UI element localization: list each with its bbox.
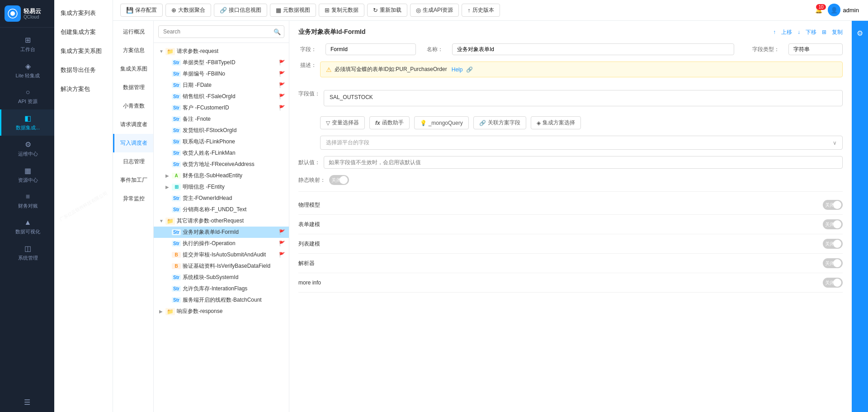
detail-actions: ↑ 上移 ↓ 下移 ⊞ 复制 <box>773 28 843 36</box>
panel3-small[interactable]: 小青查数 <box>113 97 153 115</box>
tree-node-linkman[interactable]: Str 收货人姓名-FLinkMan <box>154 147 289 159</box>
external-link-icon[interactable]: 🔗 <box>466 66 473 73</box>
gen-api-btn[interactable]: ◎ 生成API资源 <box>410 4 459 17</box>
tree-node-billno[interactable]: Str 单据编号 -FBillNo 🚩 <box>154 68 289 80</box>
bigdata-btn[interactable]: ⊕ 大数据聚合 <box>165 4 211 17</box>
field-value-display[interactable]: SAL_OUTSTOCK <box>324 90 843 106</box>
physical-toggle[interactable]: 关闭 <box>823 200 843 210</box>
hamburger-icon: ☰ <box>24 398 30 407</box>
panel3-log[interactable]: 日志管理 <box>113 152 153 171</box>
gear-btn[interactable]: ⚙ <box>854 26 866 40</box>
sidebar-item-data[interactable]: ◧ 数据集成... <box>0 109 54 136</box>
panel3-request[interactable]: 请求调度者 <box>113 115 153 134</box>
api-view-btn[interactable]: 🔗 接口信息视图 <box>214 4 267 17</box>
help-link[interactable]: Help <box>452 66 463 73</box>
tree-node-subsystem[interactable]: Str 系统模块-SubSystemId <box>154 272 289 283</box>
down-action[interactable]: 下移 <box>806 28 816 36</box>
panel3-write[interactable]: 写入调度者 <box>113 134 153 152</box>
sidebar2-item-export[interactable]: 数据导出任务 <box>54 61 113 80</box>
static-toggle[interactable]: 关闭 <box>329 175 349 185</box>
panel3: 运行概况 方案信息 集成关系图 数据管理 小青查数 请求调度者 写入调度者 日志… <box>113 21 154 412</box>
tree-node-note[interactable]: Str 备注 -Fnote <box>154 114 289 125</box>
sidebar-collapse[interactable]: ☰ <box>0 393 54 412</box>
tree-node-operation[interactable]: Str 执行的操作-Operation 🚩 <box>154 238 289 249</box>
desc-label: 描述： <box>298 62 316 69</box>
field-input[interactable] <box>326 43 416 55</box>
panel3-relation[interactable]: 集成关系图 <box>113 60 153 78</box>
sidebar-item-resource[interactable]: ▦ 资源中心 <box>0 162 54 188</box>
tree-node-finance[interactable]: ▶ A 财务信息-SubHeadEntity <box>154 170 289 181</box>
tree-node-req[interactable]: ▼ 📁 请求参数-request <box>154 46 289 57</box>
default-input[interactable] <box>324 156 843 169</box>
tree-node-owner[interactable]: Str 货主-FOwnerIdHead <box>154 193 289 204</box>
panel3-event[interactable]: 事件加工厂 <box>113 171 153 189</box>
str-badge: Str <box>172 71 181 77</box>
sidebar-item-api[interactable]: ○ API 资源 <box>0 84 54 109</box>
chevron-down-icon: ▼ <box>159 218 165 223</box>
tree-node-date[interactable]: Str 日期 -FDate 🚩 <box>154 80 289 91</box>
mongo-btn[interactable]: 💡 _mongoQuery <box>414 116 469 129</box>
var-selector-btn[interactable]: ▽ 变量选择器 <box>320 116 365 129</box>
table-toggle[interactable]: 关闭 <box>823 219 843 229</box>
panel3-overview[interactable]: 运行概况 <box>113 23 153 41</box>
divider <box>298 191 843 192</box>
sidebar2-item-list[interactable]: 集成方案列表 <box>54 4 113 23</box>
history-btn[interactable]: ↑ 历史版本 <box>462 4 500 17</box>
up-action[interactable]: 上移 <box>781 28 792 36</box>
panel3-data[interactable]: 数据管理 <box>113 78 153 97</box>
user-info[interactable]: 👤 admin <box>828 4 859 16</box>
sidebar-item-ops[interactable]: ⚙ 运维中心 <box>0 136 54 162</box>
copy-action[interactable]: 复制 <box>832 28 843 36</box>
sidebar2-item-solution[interactable]: 解决方案包 <box>54 80 113 99</box>
sidebar-item-lite[interactable]: ◈ Lite 轻集成 <box>0 57 54 84</box>
integrate-btn[interactable]: ◈ 集成方案选择 <box>531 116 581 129</box>
sidebar-item-workbench[interactable]: ⊞ 工作台 <box>0 31 54 57</box>
tree-node-saleorg[interactable]: Str 销售组织 -FSaleOrgId 🚩 <box>154 91 289 102</box>
tree-node-salename[interactable]: Str 分销商名称-F_UNDD_Text <box>154 204 289 215</box>
integrate-icon: ◈ <box>537 120 541 126</box>
sidebar2-item-create[interactable]: 创建集成方案 <box>54 23 113 42</box>
panel3-info[interactable]: 方案信息 <box>113 41 153 60</box>
node-label: 收货方地址-FReceiveAddress <box>183 161 285 168</box>
tree-node-address[interactable]: Str 收货方地址-FReceiveAddress <box>154 159 289 170</box>
moreinfo-toggle[interactable]: 关闭 <box>823 278 843 288</box>
tree-node-formid[interactable]: Str 业务对象表单Id-FormId 🚩 <box>154 227 289 238</box>
resource-icon: ▦ <box>24 166 31 175</box>
tree-node-verify[interactable]: B 验证基础资料-IsVerifyBaseDataField <box>154 260 289 272</box>
tree-node-linkphone[interactable]: Str 联系电话-FLinkPhone <box>154 136 289 147</box>
list-toggle[interactable]: 关闭 <box>823 239 843 249</box>
tree-node-billtype[interactable]: Str 单据类型 -FBillTypeID 🚩 <box>154 57 289 68</box>
assoc-field-btn[interactable]: 🔗 关联方案字段 <box>473 116 526 129</box>
sidebar-item-finance[interactable]: ≡ 财务对账 <box>0 188 54 214</box>
tree-node-flags[interactable]: Str 允许负库存-InterationFlags <box>154 283 289 294</box>
sidebar-item-label: API 资源 <box>18 98 38 105</box>
sidebar-item-system[interactable]: ◫ 系统管理 <box>0 240 54 266</box>
node-label: 货主-FOwnerIdHead <box>183 194 285 202</box>
tree-node-stockorg[interactable]: Str 发货组织-FStockOrgId <box>154 125 289 136</box>
func-helper-btn[interactable]: fx 函数助手 <box>369 116 410 129</box>
tree-node-batchcount[interactable]: Str 服务端开启的线程数-BatchCount <box>154 294 289 306</box>
notification-bell[interactable]: 🔔 10 <box>815 7 822 14</box>
sidebar-item-visual[interactable]: ▲ 数据可视化 <box>0 214 54 240</box>
tree-node-other-req[interactable]: ▼ 📁 其它请求参数-otherRequest <box>154 215 289 227</box>
type-select[interactable]: 字符串 数字 布尔 <box>788 43 843 55</box>
parser-toggle[interactable]: 关闭 <box>823 258 843 268</box>
search-input[interactable] <box>158 25 284 38</box>
tree-node-response[interactable]: ▶ 📁 响应参数-response <box>154 306 289 317</box>
source-platform-select[interactable]: 选择源平台的字段 ∨ <box>320 136 843 150</box>
field-label: 字段： <box>298 46 316 53</box>
panel3-exception[interactable]: 异常监控 <box>113 189 153 208</box>
copy-data-btn[interactable]: ⊞ 复制元数据 <box>319 4 364 17</box>
search-wrap: 🔍 <box>158 25 284 38</box>
reload-btn[interactable]: ↻ 重新加载 <box>367 4 407 17</box>
tree-node-customer[interactable]: Str 客户 -FCustomerID 🚩 <box>154 102 289 114</box>
toggle-off-label: 关闭 <box>825 260 835 267</box>
sidebar-nav: ⊞ 工作台 ◈ Lite 轻集成 ○ API 资源 ◧ 数据集成... ⚙ 运维… <box>0 28 54 393</box>
sidebar2-item-relation[interactable]: 集成方案关系图 <box>54 42 113 61</box>
tree-node-autosubmit[interactable]: B 提交并审核-IsAutoSubmitAndAudit 🚩 <box>154 249 289 260</box>
folder-icon: 📁 <box>165 308 175 315</box>
save-btn[interactable]: 💾 保存配置 <box>120 4 163 17</box>
name-input[interactable] <box>452 43 734 55</box>
meta-view-btn[interactable]: ▦ 元数据视图 <box>270 4 316 17</box>
tree-node-detail[interactable]: ▶ ⊞ 明细信息 -FEntity <box>154 181 289 193</box>
